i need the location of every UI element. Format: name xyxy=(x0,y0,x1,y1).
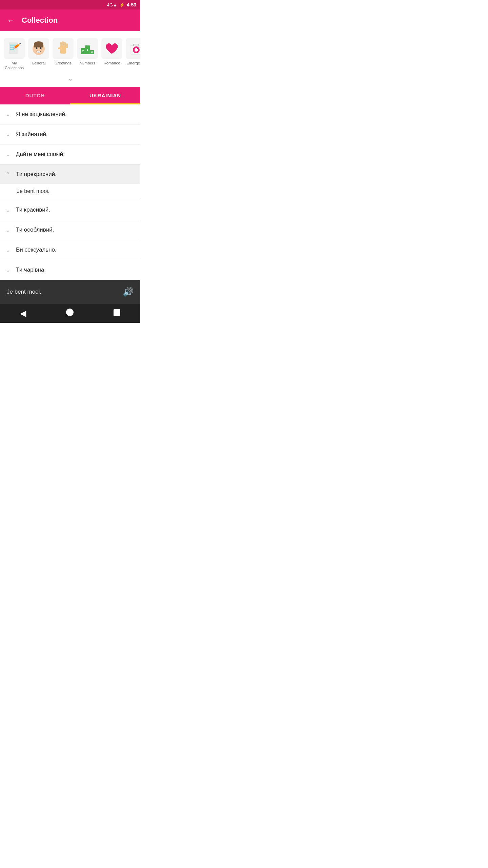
phrase-list: ⌄ Я не зацікавлений. ⌄ Я зайнятий. ⌄ Дай… xyxy=(0,104,140,280)
svg-rect-20 xyxy=(39,52,40,53)
phrase-chevron-8: ⌄ xyxy=(5,266,11,274)
category-item-numbers[interactable]: 1 2 3 Numbers xyxy=(76,37,99,72)
category-scroll: My Collections xyxy=(0,37,140,72)
greetings-svg-icon xyxy=(55,41,71,56)
bottom-player: Je bent mooi. 🔊 xyxy=(0,280,140,304)
bottom-player-text: Je bent mooi. xyxy=(7,289,41,295)
phrase-text-8: Ти чарівна. xyxy=(16,267,46,273)
category-item-my-collections[interactable]: My Collections xyxy=(3,37,26,72)
category-item-emergency[interactable]: Emergency xyxy=(125,37,140,72)
phrase-chevron-7: ⌄ xyxy=(5,246,11,254)
tab-dutch[interactable]: DUTCH xyxy=(0,87,70,104)
phrase-text-4: Ти прекрасний. xyxy=(16,171,57,178)
phrase-row-header-2[interactable]: ⌄ Я зайнятий. xyxy=(0,124,140,144)
expand-categories-chevron[interactable]: ⌄ xyxy=(67,74,73,83)
phrase-row-header-1[interactable]: ⌄ Я не зацікавлений. xyxy=(0,104,140,124)
category-label-general: General xyxy=(32,61,46,66)
phrase-text-3: Дайте мені спокій! xyxy=(16,151,65,158)
phrase-translation-4: Je bent mooi. xyxy=(0,184,140,200)
speaker-icon[interactable]: 🔊 xyxy=(123,287,134,297)
phrase-row-7: ⌄ Ви сексуально. xyxy=(0,240,140,260)
phrase-chevron-4: ⌄ xyxy=(5,171,11,178)
nav-recents-square xyxy=(114,309,120,316)
svg-point-16 xyxy=(40,50,40,51)
nav-back-button[interactable]: ◀ xyxy=(17,306,29,321)
network-icon: 4G▲ xyxy=(107,2,117,7)
tab-ukrainian[interactable]: UKRAINIAN xyxy=(70,87,140,104)
category-item-romance[interactable]: Romance xyxy=(100,37,123,72)
svg-point-13 xyxy=(40,47,42,49)
phrase-row-header-6[interactable]: ⌄ Ти особливий. xyxy=(0,220,140,240)
battery-icon: ⚡ xyxy=(119,2,125,7)
svg-point-14 xyxy=(36,50,36,50)
phrase-row-1: ⌄ Я не зацікавлений. xyxy=(0,104,140,124)
svg-rect-26 xyxy=(58,47,61,49)
romance-icon-box xyxy=(101,38,122,59)
phrase-row-3: ⌄ Дайте мені спокій! xyxy=(0,144,140,164)
phrase-text-7: Ви сексуально. xyxy=(16,246,57,253)
app-bar-title: Collection xyxy=(22,16,58,25)
phrase-text-2: Я зайнятий. xyxy=(16,131,48,138)
phrase-chevron-1: ⌄ xyxy=(5,111,11,118)
my-collections-icon-box xyxy=(4,38,25,59)
nav-home-circle xyxy=(66,309,74,316)
general-svg-icon xyxy=(31,41,46,56)
svg-text:3: 3 xyxy=(91,50,93,54)
phrase-row-2: ⌄ Я зайнятий. xyxy=(0,124,140,144)
phrase-row-6: ⌄ Ти особливий. xyxy=(0,220,140,240)
emergency-icon-box xyxy=(126,38,140,59)
category-label-greetings: Greetings xyxy=(55,61,72,66)
category-label-romance: Romance xyxy=(103,61,120,66)
numbers-icon-box: 1 2 3 xyxy=(77,38,98,59)
svg-point-15 xyxy=(37,50,38,51)
phrase-row-header-3[interactable]: ⌄ Дайте мені спокій! xyxy=(0,144,140,164)
phrase-row-header-8[interactable]: ⌄ Ти чарівна. xyxy=(0,260,140,280)
category-item-greetings[interactable]: Greetings xyxy=(52,37,75,72)
phrase-row-5: ⌄ Ти красивий. xyxy=(0,200,140,220)
svg-text:2: 2 xyxy=(82,50,84,53)
svg-rect-37 xyxy=(135,49,138,51)
category-label-my-collections: My Collections xyxy=(4,61,24,71)
nav-home-button[interactable] xyxy=(63,306,76,321)
svg-rect-11 xyxy=(34,44,43,47)
svg-rect-23 xyxy=(62,41,64,47)
svg-rect-34 xyxy=(134,44,139,46)
back-button[interactable]: ← xyxy=(5,14,16,26)
svg-text:1: 1 xyxy=(86,48,88,52)
phrase-chevron-5: ⌄ xyxy=(5,206,11,214)
language-tabs: DUTCH UKRAINIAN xyxy=(0,87,140,104)
svg-rect-22 xyxy=(60,42,62,47)
phrase-chevron-6: ⌄ xyxy=(5,226,11,234)
category-item-general[interactable]: General xyxy=(27,37,50,72)
svg-point-12 xyxy=(36,47,38,49)
nav-recents-button[interactable] xyxy=(111,306,123,321)
general-icon-box xyxy=(28,38,49,59)
svg-point-17 xyxy=(41,50,42,50)
my-collections-svg-icon xyxy=(7,41,22,56)
status-bar: 4G▲ ⚡ 4:53 xyxy=(0,0,140,9)
phrase-row-header-7[interactable]: ⌄ Ви сексуально. xyxy=(0,240,140,260)
svg-rect-0 xyxy=(9,42,18,54)
phrase-row-8: ⌄ Ти чарівна. xyxy=(0,260,140,280)
category-row: My Collections xyxy=(0,31,140,87)
phrase-row-4: ⌄ Ти прекрасний. Je bent mooi. xyxy=(0,164,140,200)
category-label-numbers: Numbers xyxy=(80,61,96,66)
phrase-text-6: Ти особливий. xyxy=(16,226,54,233)
category-label-emergency: Emergency xyxy=(126,61,140,66)
phrase-row-header-5[interactable]: ⌄ Ти красивий. xyxy=(0,200,140,220)
svg-rect-19 xyxy=(38,52,39,53)
time-display: 4:53 xyxy=(127,2,136,7)
phrase-chevron-3: ⌄ xyxy=(5,151,11,158)
greetings-icon-box xyxy=(53,38,74,59)
nav-bar: ◀ xyxy=(0,304,140,323)
phrase-text-5: Ти красивий. xyxy=(16,206,50,213)
svg-rect-25 xyxy=(66,43,68,48)
svg-rect-24 xyxy=(64,42,66,47)
emergency-svg-icon xyxy=(128,41,140,56)
romance-svg-icon xyxy=(104,41,120,56)
phrase-chevron-2: ⌄ xyxy=(5,131,11,138)
phrase-text-1: Я не зацікавлений. xyxy=(16,111,67,118)
numbers-svg-icon: 1 2 3 xyxy=(80,41,95,56)
app-bar: ← Collection xyxy=(0,9,140,31)
phrase-row-header-4[interactable]: ⌄ Ти прекрасний. xyxy=(0,164,140,184)
